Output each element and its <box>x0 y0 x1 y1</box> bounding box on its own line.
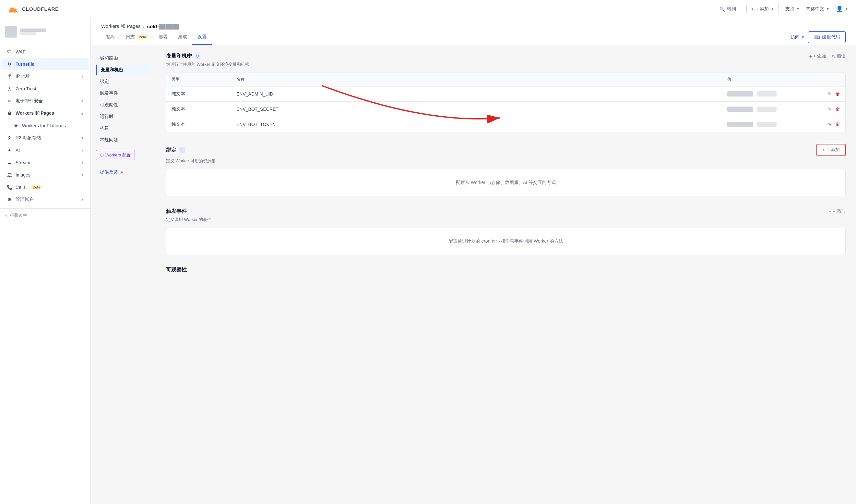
row-actions: ✎ 🗑 <box>819 87 845 101</box>
edit-row-button[interactable]: ✎ <box>828 122 832 127</box>
images-icon: 🖼 <box>6 172 12 178</box>
sidebar-item-label: IP 地址 <box>16 73 30 79</box>
search-icon: 🔍 <box>719 6 725 12</box>
variables-add-button[interactable]: + + 添加 <box>809 53 826 59</box>
row-actions: ✎ 🗑 <box>819 117 845 131</box>
location-icon: 📍 <box>6 73 12 79</box>
sidebar-item-label: Workers 和 Pages <box>16 110 54 116</box>
col-type: 类型 <box>166 73 231 86</box>
top-navigation: CLOUDFLARE 🔍 转到... + + 添加 ▼ 支持 ▼ 简体中文 ▼ … <box>0 0 856 18</box>
row-value <box>722 117 819 131</box>
nav-builds[interactable]: 构建 <box>96 123 151 134</box>
workers-config-button[interactable]: ⬡ Workers 配置 <box>96 150 135 160</box>
logo[interactable]: CLOUDFLARE <box>8 3 59 15</box>
sidebar-item-turnstile[interactable]: ↻ Turnstile <box>1 58 89 70</box>
value-blur <box>727 107 753 112</box>
settings-icon: ⚙ <box>6 197 12 202</box>
breadcrumb: Workers 和 Pages / cold-██████ <box>91 18 856 30</box>
feedback-link[interactable]: 提供反馈 ↗ <box>96 167 151 178</box>
sidebar-item-manage-account[interactable]: ⚙ 管理帐户 ▼ <box>1 193 89 206</box>
search-label: 转到... <box>727 6 740 12</box>
sidebar-item-workers-platforms[interactable]: ❖ Workers for Platforms <box>1 120 89 132</box>
variables-section-header: 变量和机密 ⬡ + + 添加 ✎ 编辑 <box>166 53 845 59</box>
variables-title: 变量和机密 <box>166 53 192 59</box>
stream-icon: ☁ <box>6 160 12 165</box>
add-button[interactable]: + + 添加 ▼ <box>747 4 779 14</box>
sidebar-item-label: WAF <box>16 49 25 54</box>
workers-icon: ⚙ <box>6 110 12 116</box>
nav-runtime[interactable]: 运行时 <box>96 111 151 122</box>
chevron-icon: ▼ <box>81 198 84 201</box>
edit-row-button[interactable]: ✎ <box>828 107 832 112</box>
variables-icon: ⬡ <box>194 53 200 59</box>
sidebar-item-calls[interactable]: 📞 Calls Beta <box>1 181 89 193</box>
nav-observability[interactable]: 可观察性 <box>96 100 151 110</box>
delete-row-button[interactable]: 🗑 <box>836 91 840 96</box>
sidebar-item-email-security[interactable]: ✉ 电子邮件安全 ▼ <box>1 95 89 107</box>
chevron-icon: ▼ <box>81 100 84 103</box>
sidebar-item-images[interactable]: 🖼 Images ▼ <box>1 169 89 181</box>
row-value <box>722 87 819 101</box>
breadcrumb-parent-link[interactable]: Workers 和 Pages <box>101 23 140 30</box>
external-link-icon: ↗ <box>801 35 804 39</box>
sidebar-item-label: AI <box>16 148 20 153</box>
nav-bindings[interactable]: 绑定 <box>96 76 151 87</box>
nav-triggers[interactable]: 触发事件 <box>96 88 151 99</box>
sidebar-item-ai[interactable]: ✦ AI ▼ <box>1 144 89 157</box>
collapse-sidebar-button[interactable]: « 折叠边栏 <box>0 208 90 222</box>
tab-integrations[interactable]: 集成 <box>173 30 192 45</box>
edit-row-button[interactable]: ✎ <box>828 91 832 96</box>
variables-edit-button[interactable]: ✎ 编辑 <box>832 53 845 59</box>
support-button[interactable]: 支持 ▼ <box>785 6 800 12</box>
edit-icon: ✎ <box>832 54 835 59</box>
chevron-down-icon: ▼ <box>771 7 774 11</box>
topnav-right: 🔍 转到... + + 添加 ▼ 支持 ▼ 简体中文 ▼ 👤 ▼ <box>719 4 848 14</box>
nav-faq[interactable]: 常规问题 <box>96 134 151 145</box>
variables-section: 变量和机密 ⬡ + + 添加 ✎ 编辑 <box>166 53 845 132</box>
sidebar-item-r2[interactable]: 🗄 R2 对象存储 ▼ <box>1 132 89 144</box>
delete-row-button[interactable]: 🗑 <box>836 122 840 127</box>
nav-variables[interactable]: 变量和机密 <box>96 65 151 75</box>
sidebar-item-ip[interactable]: 📍 IP 地址 ▼ <box>1 70 89 83</box>
logo-text: CLOUDFLARE <box>22 6 59 12</box>
triggers-add-button[interactable]: + + 添加 <box>829 209 845 214</box>
avatar <box>5 26 17 38</box>
tab-actions: 访问 ↗ ⌨ 编辑代码 <box>790 32 845 43</box>
user-menu-button[interactable]: 👤 ▼ <box>836 5 848 13</box>
nav-domain-routing[interactable]: 域和路由 <box>96 53 151 64</box>
r2-icon: 🗄 <box>6 135 12 141</box>
code-icon: ⌨ <box>814 35 820 40</box>
chevron-down-icon: ▼ <box>797 7 800 11</box>
shield-icon: 🛡 <box>6 49 12 55</box>
delete-row-button[interactable]: 🗑 <box>836 107 840 112</box>
edit-code-button[interactable]: ⌨ 编辑代码 <box>808 32 845 43</box>
sidebar-item-waf[interactable]: 🛡 WAF <box>1 46 89 58</box>
zerotrust-icon: ◎ <box>6 86 12 92</box>
tab-deploy[interactable]: 部署 <box>153 30 173 45</box>
bindings-add-button[interactable]: + + 添加 <box>817 144 845 156</box>
chevron-icon: ▼ <box>81 137 84 140</box>
settings-nav: 域和路由 变量和机密 绑定 触发事件 可观察性 运行时 构建 常规问题 ⬡ Wo… <box>91 45 156 504</box>
variables-desc: 为运行时使用的 Worker 定义环境变量和机密 <box>166 61 845 67</box>
breadcrumb-current: cold-██████ <box>147 24 179 29</box>
beta-badge: Beta <box>31 185 42 190</box>
sidebar-item-zerotrust[interactable]: ◎ Zero Trust <box>1 83 89 95</box>
sidebar-item-stream[interactable]: ☁ Stream ▼ <box>1 157 89 169</box>
value-blur2 <box>757 122 776 127</box>
main-content: Workers 和 Pages / cold-██████ 指标 日志 Beta… <box>91 18 856 504</box>
sidebar-item-label: Zero Trust <box>16 86 36 91</box>
table-row: 纯文本 ENV_BOT_TOKEN ✎ 🗑 <box>166 117 845 132</box>
collapse-label: 折叠边栏 <box>10 213 27 218</box>
turnstile-icon: ↻ <box>6 61 12 67</box>
tab-settings[interactable]: 设置 <box>192 30 212 45</box>
tab-logs[interactable]: 日志 Beta <box>121 30 153 45</box>
sidebar-item-workers-pages[interactable]: ⚙ Workers 和 Pages ▲ <box>1 107 89 120</box>
section-title-row: 绑定 ⬡ <box>166 147 185 154</box>
visit-button[interactable]: 访问 ↗ <box>790 34 804 40</box>
plus-icon: + <box>822 147 825 152</box>
tab-metrics[interactable]: 指标 <box>101 30 121 45</box>
sidebar-item-label: Stream <box>16 160 30 165</box>
sidebar-item-label: Images <box>16 172 31 178</box>
language-button[interactable]: 简体中文 ▼ <box>806 6 829 12</box>
search-button[interactable]: 🔍 转到... <box>719 6 740 12</box>
